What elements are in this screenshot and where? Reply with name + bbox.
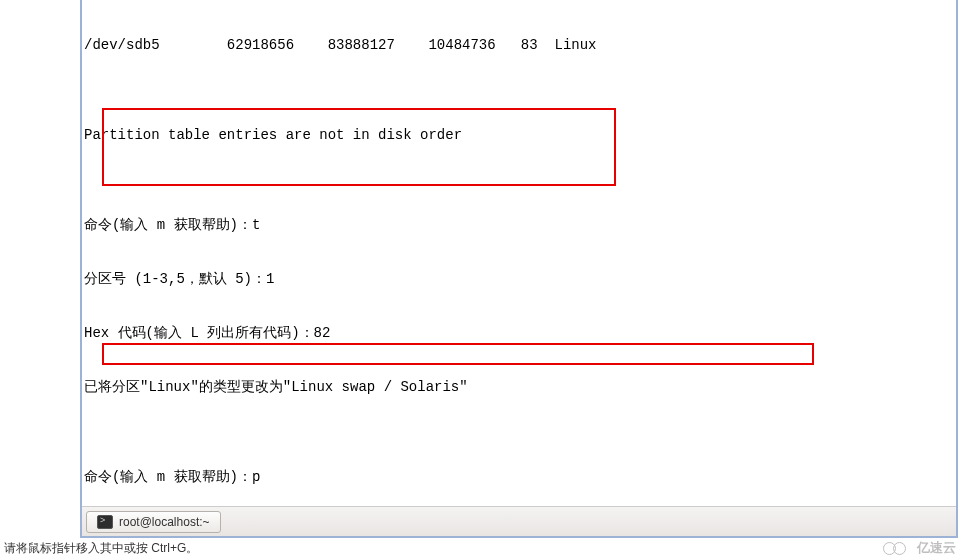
watermark-icon xyxy=(883,542,913,554)
watermark: 亿速云 xyxy=(883,539,956,557)
terminal-line: Hex 代码(输入 L 列出所有代码)：82 xyxy=(84,324,954,342)
terminal-line: 分区号 (1-3,5，默认 5)：1 xyxy=(84,270,954,288)
terminal-line: 命令(输入 m 获取帮助)：t xyxy=(84,216,954,234)
terminal-line: Partition table entries are not in disk … xyxy=(84,126,954,144)
taskbar-item-label: root@localhost:~ xyxy=(119,515,210,529)
status-bar: 请将鼠标指针移入其中或按 Ctrl+G。 亿速云 xyxy=(0,538,960,558)
status-hint: 请将鼠标指针移入其中或按 Ctrl+G。 xyxy=(4,540,198,557)
terminal-line: 已将分区"Linux"的类型更改为"Linux swap / Solaris" xyxy=(84,378,954,396)
terminal-icon xyxy=(97,515,113,529)
watermark-text: 亿速云 xyxy=(917,539,956,557)
terminal-window: /dev/sdb5 62918656 83888127 10484736 83 … xyxy=(80,0,958,538)
terminal-output[interactable]: /dev/sdb5 62918656 83888127 10484736 83 … xyxy=(82,0,956,506)
taskbar: root@localhost:~ xyxy=(82,506,956,536)
taskbar-item-terminal[interactable]: root@localhost:~ xyxy=(86,511,221,533)
gutter xyxy=(0,0,80,538)
terminal-line: 命令(输入 m 获取帮助)：p xyxy=(84,468,954,486)
terminal-line: /dev/sdb5 62918656 83888127 10484736 83 … xyxy=(84,36,954,54)
